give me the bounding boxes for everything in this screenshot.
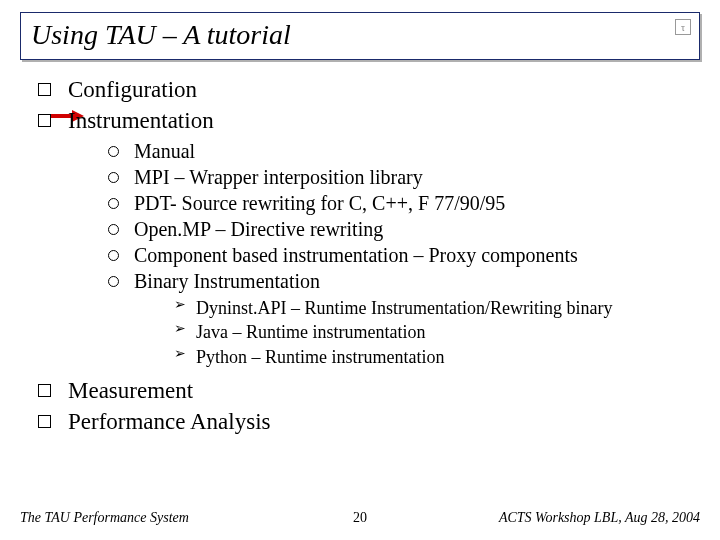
bullet-text: Java – Runtime instrumentation [196, 322, 425, 342]
tau-logo-icon: τ [675, 19, 691, 35]
bullet-text: PDT- Source rewriting for C, C++, F 77/9… [134, 192, 505, 214]
bullet-measurement: Measurement [38, 375, 700, 406]
bullet-text: Measurement [68, 378, 193, 403]
bullet-text: MPI – Wrapper interposition library [134, 166, 423, 188]
content-area: Configuration Instrumentation Manual MPI… [20, 74, 700, 437]
bullet-configuration: Configuration [38, 74, 700, 105]
bullet-instrumentation: Instrumentation Manual MPI – Wrapper int… [38, 105, 700, 369]
slide-number: 20 [353, 510, 367, 526]
sub-pdt: PDT- Source rewriting for C, C++, F 77/9… [108, 190, 700, 216]
footer-right: ACTS Workshop LBL, Aug 28, 2004 [499, 510, 700, 526]
subsub-python: Python – Runtime instrumentation [174, 345, 700, 369]
bullet-list: Configuration Instrumentation Manual MPI… [38, 74, 700, 437]
subsub-java: Java – Runtime instrumentation [174, 320, 700, 344]
subsub-list: Dyninst.API – Runtime Instrumentation/Re… [174, 296, 700, 369]
subsub-dyninst: Dyninst.API – Runtime Instrumentation/Re… [174, 296, 700, 320]
footer-left: The TAU Performance System [20, 510, 189, 526]
sub-manual: Manual [108, 138, 700, 164]
footer: The TAU Performance System 20 ACTS Works… [20, 510, 700, 526]
sub-openmp: Open.MP – Directive rewriting [108, 216, 700, 242]
sub-list: Manual MPI – Wrapper interposition libra… [108, 138, 700, 369]
bullet-performance: Performance Analysis [38, 406, 700, 437]
bullet-text: Binary Instrumentation [134, 270, 320, 292]
bullet-text: Performance Analysis [68, 409, 270, 434]
slide-title: Using TAU – A tutorial [31, 19, 291, 50]
bullet-text: Instrumentation [68, 108, 214, 133]
sub-component: Component based instrumentation – Proxy … [108, 242, 700, 268]
sub-mpi: MPI – Wrapper interposition library [108, 164, 700, 190]
bullet-text: Open.MP – Directive rewriting [134, 218, 383, 240]
bullet-text: Python – Runtime instrumentation [196, 347, 445, 367]
title-container: Using TAU – A tutorial τ [20, 12, 700, 60]
sub-binary: Binary Instrumentation Dyninst.API – Run… [108, 268, 700, 369]
bullet-text: Configuration [68, 77, 197, 102]
bullet-text: Component based instrumentation – Proxy … [134, 244, 578, 266]
bullet-text: Dyninst.API – Runtime Instrumentation/Re… [196, 298, 612, 318]
slide: Using TAU – A tutorial τ Configuration I… [0, 0, 720, 540]
bullet-text: Manual [134, 140, 195, 162]
